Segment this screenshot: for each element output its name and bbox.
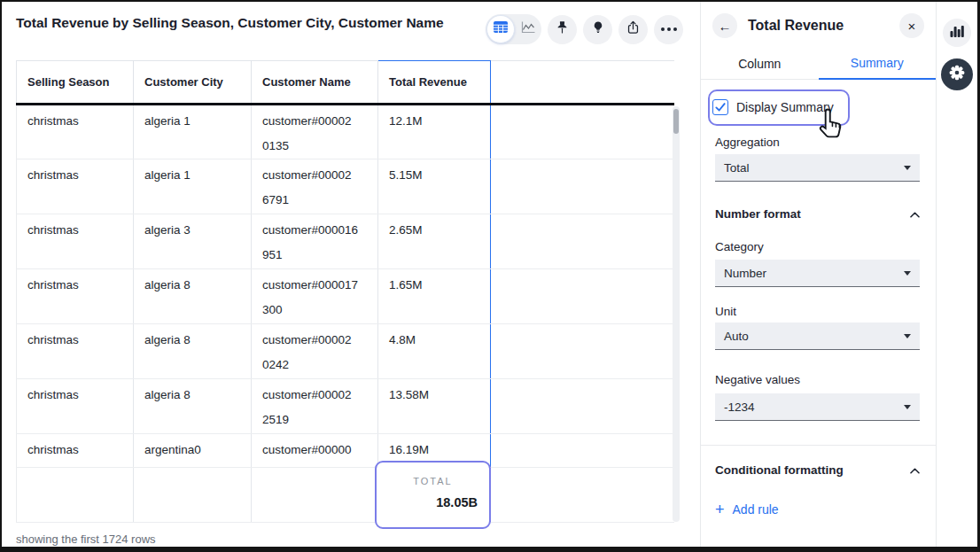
table-header-row: Selling Season Customer City Customer Na… [17,61,674,105]
cell-name[interactable]: customer#000017 300 [252,269,378,324]
chevron-up-icon[interactable] [910,463,920,477]
add-rule-label: Add rule [733,502,779,517]
display-summary-row[interactable]: Display Summary [712,99,834,115]
negative-values-dropdown[interactable]: -1234 [715,393,920,421]
cell-revenue[interactable]: 12.1M [378,105,491,159]
number-format-section-header[interactable]: Number format [715,207,920,221]
chart-config-button[interactable] [943,19,971,47]
settings-button[interactable] [941,58,973,90]
pin-button[interactable] [548,15,577,44]
panel-tabs: Column Summary [701,48,936,80]
cell-city[interactable]: algeria 8 [134,269,252,324]
answer-table: Selling Season Customer City Customer Na… [16,60,674,523]
add-rule-button[interactable]: + Add rule [715,502,779,517]
column-header-empty [491,61,674,105]
category-label: Category [715,240,764,253]
table-view-button[interactable] [486,15,515,43]
category-dropdown[interactable]: Number [715,260,920,287]
table-row: christmas algeria 1 customer#00002 6791 … [17,159,674,214]
caret-down-icon [904,405,911,409]
mouse-cursor-icon [817,107,846,144]
scrollbar-thumb[interactable] [673,109,679,134]
plus-icon: + [715,503,725,516]
cell-season[interactable]: christmas [17,324,134,379]
cell-city[interactable]: argentina0 [134,434,252,468]
cell-name[interactable]: customer#000016 951 [252,214,378,269]
share-button[interactable] [618,15,648,44]
table-scrollbar[interactable] [673,106,680,522]
column-header-customer-city[interactable]: Customer City [134,61,252,105]
tab-column[interactable]: Column [701,48,819,79]
caret-down-icon [904,166,911,170]
cell-revenue[interactable]: 5.15M [378,159,491,214]
negative-values-value: -1234 [724,400,755,414]
cell-name[interactable]: customer#00002 0135 [252,105,378,159]
share-icon [626,19,641,39]
close-button[interactable]: × [899,13,924,38]
cell-season[interactable]: christmas [17,379,134,434]
table-row: christmas algeria 8 customer#000017 300 … [17,269,674,324]
caret-down-icon [904,334,911,338]
table-row: christmas argentina0 customer#00000 16.1… [17,434,674,468]
lightbulb-icon [591,19,605,39]
aggregation-label: Aggregation [715,136,780,149]
cell-city[interactable]: algeria 8 [134,324,252,379]
summary-total-cell[interactable]: TOTAL 18.05B [375,461,491,529]
cell-name[interactable]: customer#00002 2519 [252,379,378,434]
section-divider [701,445,936,446]
number-format-title: Number format [715,207,801,221]
gear-icon [948,64,966,85]
conditional-formatting-title: Conditional formatting [715,463,844,477]
cell-revenue[interactable]: 1.65M [378,269,491,324]
cell-season[interactable]: christmas [17,269,134,324]
chevron-up-icon[interactable] [910,207,920,221]
back-button[interactable]: ← [712,13,737,38]
column-header-selling-season[interactable]: Selling Season [17,61,134,105]
back-icon: ← [719,19,732,34]
close-icon: × [908,19,916,34]
right-icon-strip [936,2,977,547]
cell-season[interactable]: christmas [17,214,134,269]
pin-icon [555,19,570,39]
visualization-area: Total Revenue by Selling Season, Custome… [2,2,700,547]
cell-city[interactable]: algeria 3 [134,214,252,269]
app-window: Total Revenue by Selling Season, Custome… [0,0,980,552]
more-options-button[interactable] [654,15,683,44]
column-header-customer-name[interactable]: Customer Name [252,61,378,105]
column-header-total-revenue[interactable]: Total Revenue [378,61,491,105]
insights-button[interactable] [583,15,612,44]
chart-view-icon [521,21,535,37]
cell-revenue[interactable]: 2.65M [378,214,491,269]
aggregation-dropdown[interactable]: Total [715,154,920,182]
display-summary-checkbox[interactable] [712,99,728,115]
viz-toolbar [486,14,683,44]
unit-label: Unit [715,305,736,318]
table-row: christmas algeria 8 customer#00002 2519 … [17,379,674,434]
cell-revenue[interactable]: 4.8M [378,324,491,379]
negative-values-label: Negative values [715,373,800,386]
cell-season[interactable]: christmas [17,105,134,159]
row-count-status: showing the first 1724 rows [16,533,156,546]
chart-view-button[interactable] [515,14,541,44]
conditional-formatting-section-header[interactable]: Conditional formatting [715,463,920,477]
panel-header: ← Total Revenue × [712,13,924,38]
cell-name[interactable]: customer#00000 [252,434,378,468]
unit-dropdown[interactable]: Auto [715,323,920,350]
cell-name[interactable]: customer#00002 6791 [252,159,378,214]
cell-city[interactable]: algeria 1 [134,105,252,159]
cell-name[interactable]: customer#00002 0242 [252,324,378,379]
table-row: christmas algeria 8 customer#00002 0242 … [17,324,674,379]
summary-total-value: 18.05B [436,495,489,509]
table-view-icon [494,21,508,37]
cell-revenue[interactable]: 13.58M [378,379,491,434]
cell-city[interactable]: algeria 1 [134,159,252,214]
summary-row [17,468,674,523]
table-row: christmas algeria 1 customer#00002 0135 … [17,105,674,159]
cell-season[interactable]: christmas [17,159,134,214]
more-options-icon [661,27,677,31]
bar-chart-icon [950,25,964,41]
category-value: Number [724,267,766,280]
tab-summary[interactable]: Summary [819,48,937,80]
cell-city[interactable]: algeria 8 [134,379,252,434]
cell-season[interactable]: christmas [17,434,134,468]
